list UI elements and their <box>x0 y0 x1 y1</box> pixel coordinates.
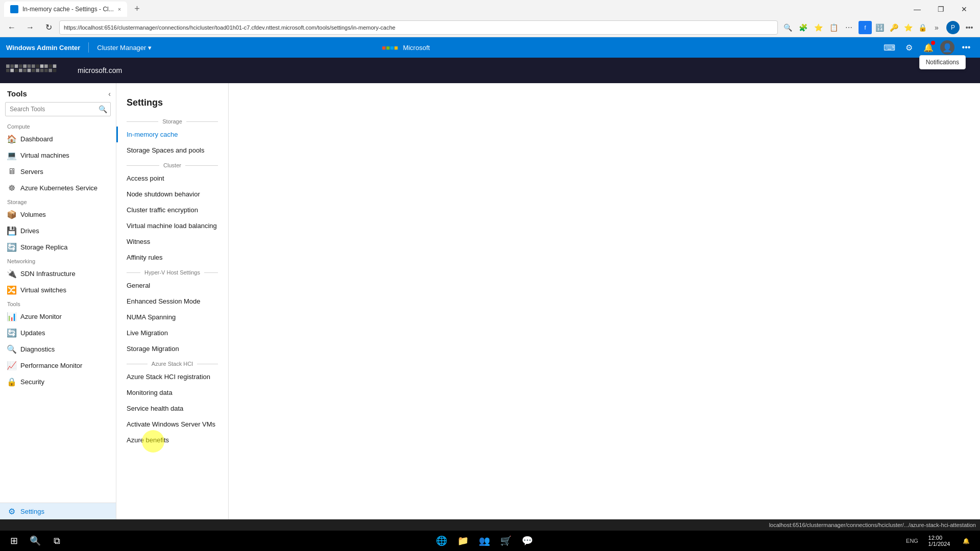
taskbar-chat-button[interactable]: 💬 <box>518 531 537 550</box>
address-input[interactable]: https://localhost:6516/clustermanager/co… <box>59 20 778 35</box>
extension-5-icon[interactable]: 🔒 <box>916 21 929 34</box>
more-options-button[interactable]: ••• <box>959 40 974 55</box>
sidebar-item-azure-monitor[interactable]: 📊 Azure Monitor <box>0 308 116 324</box>
more-tools-icon[interactable]: ⋯ <box>842 21 855 34</box>
wac-app-name: Windows Admin Center <box>6 44 80 52</box>
taskbar-store-button[interactable]: 🛒 <box>496 531 516 550</box>
sidebar-item-virtual-machines[interactable]: 💻 Virtual machines <box>0 147 116 163</box>
taskbar: ⊞ 🔍 ⧉ 🌐 📁 👥 🛒 💬 ENG 12:001/1/2024 🔔 <box>0 531 980 551</box>
taskbar-center-icons: 🌐 📁 👥 🛒 💬 <box>68 531 900 550</box>
tab-close-button[interactable]: × <box>118 6 121 12</box>
new-tab-button[interactable]: + <box>131 4 143 14</box>
extension-1-icon[interactable]: f <box>859 21 872 34</box>
settings-nav-affinity-rules[interactable]: Affinity rules <box>116 249 228 265</box>
extension-3-icon[interactable]: 🔑 <box>887 21 900 34</box>
wac-cluster-name[interactable]: Cluster Manager ▾ <box>97 44 152 52</box>
settings-nav-general[interactable]: General <box>116 278 228 293</box>
maximize-button[interactable]: ❐ <box>929 0 952 18</box>
logo-domain-text: microsoft.com <box>78 66 122 74</box>
sidebar-item-storage-replica-label: Storage Replica <box>20 243 68 251</box>
settings-sidebar-icon: ⚙ <box>7 507 16 516</box>
svg-rect-4 <box>23 64 27 68</box>
settings-nav-vm-load-balancing[interactable]: Virtual machine load balancing <box>116 218 228 234</box>
sidebar-item-storage-replica[interactable]: 🔄 Storage Replica <box>0 239 116 255</box>
sidebar-item-sdn[interactable]: 🔌 SDN Infrastructure <box>0 265 116 282</box>
extension-2-icon[interactable]: 🔢 <box>873 21 886 34</box>
settings-nav-live-migration[interactable]: Live Migration <box>116 325 228 341</box>
settings-nav-service-health[interactable]: Service health data <box>116 400 228 416</box>
settings-nav-monitoring-data[interactable]: Monitoring data <box>116 385 228 400</box>
sidebar-item-virtual-switches-label: Virtual switches <box>20 286 66 294</box>
sidebar-item-drives-label: Drives <box>20 227 39 235</box>
sidebar-collapse-button[interactable]: ‹ <box>108 90 111 98</box>
sidebar: Tools ‹ 🔍 Compute 🏠 Dashboard 💻 Virtual … <box>0 83 116 519</box>
browser-menu-icon[interactable]: ••• <box>963 21 976 34</box>
diagnostics-icon: 🔍 <box>7 344 16 354</box>
settings-nav-node-shutdown[interactable]: Node shutdown behavior <box>116 186 228 202</box>
task-view-button[interactable]: ⧉ <box>47 531 66 550</box>
settings-nav-storage-migration[interactable]: Storage Migration <box>116 341 228 357</box>
settings-nav-storage-spaces[interactable]: Storage Spaces and pools <box>116 142 228 158</box>
svg-rect-15 <box>32 69 35 72</box>
profile-icon-button[interactable]: 👤 <box>940 40 954 55</box>
settings-nav-witness[interactable]: Witness <box>116 234 228 249</box>
sidebar-item-settings[interactable]: ⚙ Settings <box>0 503 116 519</box>
taskbar-notification-area[interactable]: 🔔 <box>957 531 976 550</box>
taskbar-edge-button[interactable]: 🌐 <box>432 531 451 550</box>
taskbar-teams-button[interactable]: 👥 <box>475 531 494 550</box>
sidebar-item-security[interactable]: 🔒 Security <box>0 373 116 390</box>
svg-rect-2 <box>15 64 18 68</box>
settings-nav-in-memory-cache[interactable]: In-memory cache <box>116 127 228 142</box>
profile-avatar[interactable]: P <box>946 21 960 34</box>
search-in-page-icon[interactable]: 🔍 <box>781 21 794 34</box>
settings-nav-azure-benefits[interactable]: Azure benefits <box>116 432 228 448</box>
settings-nav-access-point[interactable]: Access point <box>116 170 228 186</box>
settings-nav-numa-spanning[interactable]: NUMA Spanning <box>116 309 228 325</box>
settings-nav-azure-registration[interactable]: Azure Stack HCI registration <box>116 369 228 385</box>
minimize-button[interactable]: — <box>905 0 929 18</box>
sidebar-item-updates-label: Updates <box>20 329 45 337</box>
settings-nav-cluster-traffic[interactable]: Cluster traffic encryption <box>116 202 228 218</box>
svg-rect-18 <box>44 64 48 68</box>
sidebar-item-aks-label: Azure Kubernetes Service <box>20 184 97 192</box>
sidebar-item-drives[interactable]: 💾 Drives <box>0 222 116 239</box>
settings-nav-enhanced-session[interactable]: Enhanced Session Mode <box>116 293 228 309</box>
forward-button[interactable]: → <box>22 20 38 35</box>
sidebar-item-updates[interactable]: 🔄 Updates <box>0 324 116 341</box>
notification-bell-button[interactable]: 🔔 <box>921 40 936 55</box>
sidebar-item-servers[interactable]: 🖥 Servers <box>0 163 116 180</box>
search-tools-button[interactable]: 🔍 <box>95 105 110 113</box>
storage-replica-icon: 🔄 <box>7 242 16 252</box>
start-button[interactable]: ⊞ <box>4 531 23 550</box>
browser-tab[interactable]: In-memory cache - Settings - Cl... × <box>4 2 127 17</box>
search-tools-input[interactable] <box>6 106 95 113</box>
close-button[interactable]: ✕ <box>952 0 976 18</box>
svg-rect-5 <box>28 64 31 68</box>
taskbar-search-button[interactable]: 🔍 <box>26 531 45 550</box>
sidebar-item-aks[interactable]: ☸ Azure Kubernetes Service <box>0 180 116 196</box>
taskbar-system-tray[interactable]: ENG <box>902 531 922 550</box>
back-button[interactable]: ← <box>4 20 19 35</box>
settings-nav-activate-windows[interactable]: Activate Windows Server VMs <box>116 416 228 432</box>
favorites-icon[interactable]: ⭐ <box>812 21 825 34</box>
microsoft-logo: ■■■■ Microsoft <box>382 44 430 52</box>
sidebar-item-virtual-switches[interactable]: 🔀 Virtual switches <box>0 282 116 298</box>
address-url-text: https://localhost:6516/clustermanager/co… <box>64 24 396 31</box>
main-layout: Tools ‹ 🔍 Compute 🏠 Dashboard 💻 Virtual … <box>0 83 980 519</box>
extensions-icon[interactable]: 🧩 <box>796 21 810 34</box>
volumes-icon: 📦 <box>7 210 16 219</box>
collections-icon[interactable]: 📋 <box>827 21 840 34</box>
overflow-icon[interactable]: » <box>930 21 943 34</box>
refresh-button[interactable]: ↻ <box>41 20 56 35</box>
svg-rect-10 <box>23 69 27 72</box>
sidebar-item-dashboard[interactable]: 🏠 Dashboard <box>0 131 116 147</box>
sidebar-item-diagnostics[interactable]: 🔍 Diagnostics <box>0 341 116 357</box>
extension-4-icon[interactable]: ⭐ <box>901 21 915 34</box>
sidebar-item-performance-monitor[interactable]: 📈 Performance Monitor <box>0 357 116 373</box>
settings-icon-button[interactable]: ⚙ <box>901 40 917 55</box>
svg-rect-6 <box>6 69 10 72</box>
sidebar-search-box[interactable]: 🔍 <box>5 102 111 116</box>
sidebar-item-volumes[interactable]: 📦 Volumes <box>0 206 116 222</box>
taskbar-explorer-button[interactable]: 📁 <box>453 531 473 550</box>
terminal-icon-button[interactable]: ⌨ <box>882 40 897 55</box>
